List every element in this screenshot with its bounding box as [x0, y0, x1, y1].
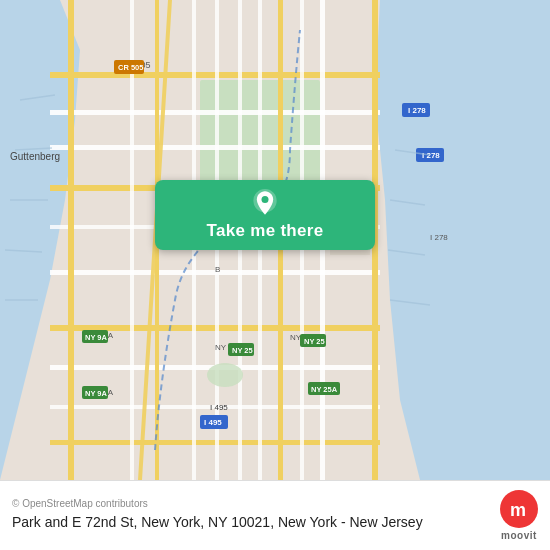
- svg-text:I 495: I 495: [210, 403, 228, 412]
- svg-text:NY 9A: NY 9A: [85, 389, 108, 398]
- location-name: Park and E 72nd St, New York, NY 10021, …: [12, 513, 490, 533]
- info-bar: © OpenStreetMap contributors Park and E …: [0, 480, 550, 550]
- svg-text:Guttenberg: Guttenberg: [10, 151, 60, 162]
- svg-text:I 278: I 278: [430, 233, 448, 242]
- svg-point-69: [262, 196, 269, 203]
- svg-text:I 495: I 495: [204, 418, 222, 427]
- svg-text:CR 505: CR 505: [118, 63, 143, 72]
- location-pin-icon: [251, 189, 279, 217]
- svg-text:I 278: I 278: [408, 106, 426, 115]
- svg-text:NY 25: NY 25: [304, 337, 325, 346]
- svg-text:NY 25A: NY 25A: [311, 385, 338, 394]
- svg-text:I 278: I 278: [422, 151, 440, 160]
- moovit-logo: m moovit: [500, 490, 538, 541]
- take-me-there-button[interactable]: Take me there: [155, 180, 375, 250]
- map-container: CR 505 NY 9A NY 9A I 495 NY 25 NY 25 NY …: [0, 0, 550, 480]
- svg-text:B: B: [215, 265, 220, 274]
- svg-point-67: [207, 363, 243, 387]
- svg-text:m: m: [510, 500, 526, 520]
- svg-text:NY 25: NY 25: [232, 346, 253, 355]
- moovit-text: moovit: [501, 530, 537, 541]
- svg-rect-24: [68, 0, 74, 480]
- info-text-block: © OpenStreetMap contributors Park and E …: [12, 498, 490, 533]
- moovit-icon: m: [500, 490, 538, 528]
- map-attribution: © OpenStreetMap contributors: [12, 498, 490, 509]
- moovit-m-icon: m: [507, 497, 531, 521]
- take-me-there-label: Take me there: [207, 221, 324, 241]
- svg-text:NY 9A: NY 9A: [85, 333, 108, 342]
